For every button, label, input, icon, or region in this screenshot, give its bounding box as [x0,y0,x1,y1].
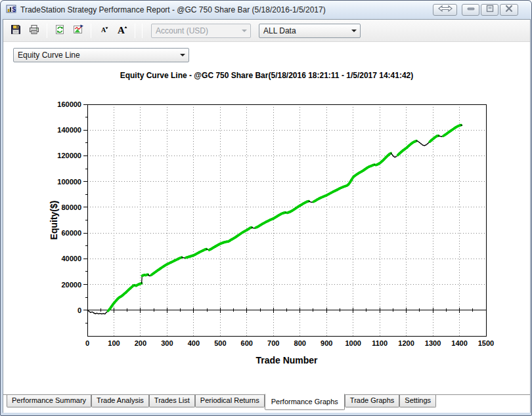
graph-type-dropdown-value: Equity Curve Line [18,51,80,60]
refresh-button[interactable] [51,22,68,39]
chart-title: Equity Curve Line - @GC 750 Share Bar(5/… [3,71,530,80]
dropdown-arrow-icon [348,24,360,37]
graph-type-dropdown[interactable]: Equity Curve Line [13,48,189,62]
tab-periodical-returns[interactable]: Periodical Returns [195,395,265,407]
close-icon [504,4,514,16]
svg-text:700: 700 [267,339,279,347]
print-button[interactable] [26,22,43,39]
svg-text:1400: 1400 [451,339,467,347]
svg-text:200: 200 [135,339,146,347]
svg-text:1500: 1500 [478,339,494,347]
svg-text:500: 500 [214,339,226,347]
svg-text:40000: 40000 [61,255,81,262]
font-decrease-button[interactable]: A [95,22,112,39]
equity-curve-chart: 0200004000060000800001000001200001400001… [3,85,531,394]
svg-text:0: 0 [78,306,81,314]
svg-text:900: 900 [321,339,332,347]
font-decrease-icon: A [98,24,110,38]
svg-text:1300: 1300 [425,339,441,347]
resize-horizontal-button[interactable] [433,4,457,16]
svg-text:1200: 1200 [398,339,414,347]
app-icon: $ [6,3,16,16]
tab-settings[interactable]: Settings [399,395,436,407]
svg-text:800: 800 [294,339,306,347]
tab-performance-summary[interactable]: Performance Summary [7,395,91,407]
svg-text:20000: 20000 [61,281,81,289]
tab-trade-graphs[interactable]: Trade Graphs [345,395,399,407]
font-increase-button[interactable]: A [114,22,131,39]
report-properties-button[interactable] [70,22,87,39]
svg-text:60000: 60000 [61,229,81,237]
minimize-button[interactable] [462,4,479,16]
toolbar-separator [91,24,91,38]
refresh-icon [54,24,66,38]
svg-text:100000: 100000 [57,178,81,186]
svg-text:0: 0 [85,339,89,347]
resize-horizontal-icon [437,4,453,16]
svg-text:80000: 80000 [61,203,81,211]
svg-text:1100: 1100 [372,339,388,347]
svg-text:160000: 160000 [57,100,81,108]
close-button[interactable] [500,4,518,16]
report-properties-icon [72,24,84,38]
svg-text:140000: 140000 [57,126,81,134]
tab-performance-graphs[interactable]: Performance Graphs [265,394,345,410]
svg-text:Equity($): Equity($) [49,201,59,240]
svg-text:100: 100 [108,339,120,347]
report-content: A A Account (USD) ALL Data [3,19,531,413]
save-icon [10,24,22,38]
toolbar-separator [135,24,135,38]
data-range-dropdown[interactable]: ALL Data [259,24,361,38]
restore-button[interactable] [481,4,499,16]
toolbar-separator [142,24,143,38]
tradestation-report-window: $ TradeStation Strategy Performance Repo… [0,0,532,416]
account-dropdown: Account (USD) [151,24,251,38]
save-button[interactable] [7,22,24,39]
tab-strip: Performance Summary Trade Analysis Trade… [3,394,530,413]
account-dropdown-value: Account (USD) [156,26,208,35]
svg-text:600: 600 [241,339,253,347]
dropdown-arrow-icon [177,49,188,62]
svg-text:1000: 1000 [345,339,361,347]
restore-icon [485,4,495,16]
tab-trades-list[interactable]: Trades List [149,395,195,407]
font-increase-icon: A [116,24,129,38]
window-title: TradeStation Strategy Performance Report… [20,5,326,14]
data-range-dropdown-value: ALL Data [263,26,296,35]
svg-text:400: 400 [188,339,200,347]
print-icon [28,24,40,38]
svg-text:$: $ [12,6,16,13]
svg-text:300: 300 [161,339,173,347]
tab-trade-analysis[interactable]: Trade Analysis [91,395,149,407]
svg-text:120000: 120000 [57,152,81,159]
dropdown-arrow-icon [238,24,250,37]
toolbar-separator [47,24,47,38]
svg-text:Trade Number: Trade Number [255,355,318,365]
svg-text:A: A [118,25,125,35]
minimize-icon [466,4,476,16]
